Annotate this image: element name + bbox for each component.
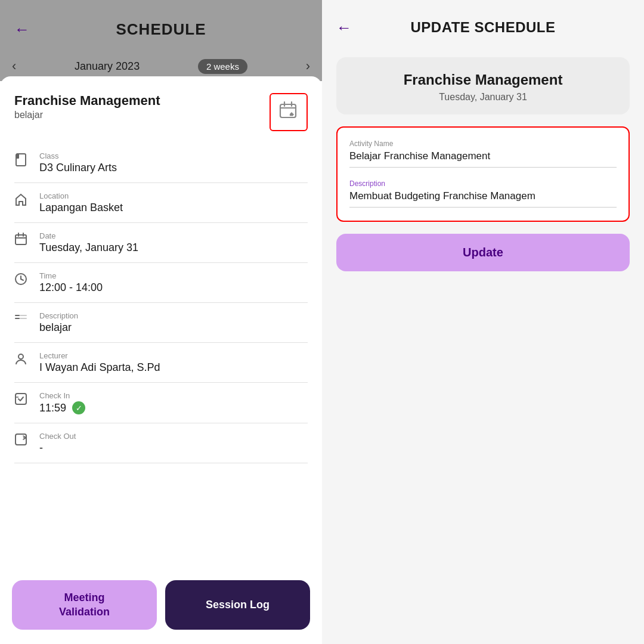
svg-rect-20 — [16, 434, 26, 445]
detail-time: Time 12:00 - 14:00 — [14, 263, 308, 303]
description-field-group: Description — [349, 179, 617, 208]
update-schedule-card: Franchise Management Tuesday, January 31 — [336, 57, 630, 114]
calendar-edit-icon — [278, 100, 299, 125]
checkin-icon — [14, 392, 31, 409]
detail-class: Class D3 Culinary Arts — [14, 143, 308, 183]
lecturer-value: I Wayan Adi Sparta, S.Pd — [39, 361, 160, 374]
description-label: Description — [39, 311, 78, 320]
location-label: Location — [39, 191, 123, 200]
detail-location-content: Location Lapangan Basket — [39, 191, 123, 214]
description-label: Description — [349, 179, 617, 188]
bottom-buttons: Meeting Validation Session Log — [0, 569, 322, 644]
checkin-label: Check In — [39, 391, 85, 400]
date-label: Date — [39, 231, 138, 240]
svg-line-12 — [21, 279, 23, 280]
detail-lecturer-content: Lecturer I Wayan Adi Sparta, S.Pd — [39, 351, 160, 374]
bookmark-icon — [14, 153, 31, 171]
update-form-card: Activity Name Description — [336, 126, 630, 222]
meeting-validation-button[interactable]: Meeting Validation — [12, 580, 157, 630]
detail-checkin: Check In 11:59 ✓ — [14, 383, 308, 423]
session-log-button[interactable]: Session Log — [165, 580, 310, 630]
nav-next-arrow[interactable]: › — [306, 58, 310, 74]
detail-location: Location Lapangan Basket — [14, 183, 308, 223]
checkin-row: 11:59 ✓ — [39, 401, 85, 414]
location-value: Lapangan Basket — [39, 202, 123, 214]
left-panel: ← SCHEDULE ‹ January 2023 2 weeks › Fran… — [0, 0, 322, 644]
svg-point-17 — [18, 354, 23, 359]
lecturer-label: Lecturer — [39, 351, 160, 360]
card-subtitle: belajar — [14, 110, 160, 120]
checkout-label: Check Out — [39, 432, 76, 441]
checkin-value: 11:59 — [39, 402, 66, 414]
checkout-value: - — [39, 442, 76, 454]
list-icon — [14, 312, 31, 328]
back-arrow-left[interactable]: ← — [14, 20, 30, 39]
svg-rect-0 — [280, 104, 296, 117]
description-input[interactable] — [349, 190, 617, 208]
detail-date: Date Tuesday, January 31 — [14, 223, 308, 263]
detail-checkin-content: Check In 11:59 ✓ — [39, 391, 85, 414]
detail-lecturer: Lecturer I Wayan Adi Sparta, S.Pd — [14, 343, 308, 383]
right-header: ← UPDATE SCHEDULE — [322, 0, 644, 48]
class-value: D3 Culinary Arts — [39, 162, 117, 174]
card-header: Franchise Management belajar — [14, 93, 308, 131]
nav-prev-arrow[interactable]: ‹ — [12, 58, 16, 74]
card-title-block: Franchise Management belajar — [14, 93, 160, 120]
svg-rect-18 — [16, 394, 26, 404]
detail-checkout-content: Check Out - — [39, 432, 76, 454]
left-header: ← SCHEDULE — [0, 0, 322, 54]
person-icon — [14, 352, 31, 369]
back-arrow-right[interactable]: ← — [336, 18, 352, 37]
detail-description-content: Description belajar — [39, 311, 78, 334]
calendar-icon — [14, 233, 31, 249]
update-button[interactable]: Update — [336, 234, 630, 271]
detail-date-content: Date Tuesday, January 31 — [39, 231, 138, 254]
right-content: Franchise Management Tuesday, January 31… — [322, 48, 644, 644]
detail-list: Class D3 Culinary Arts Location Lapangan… — [14, 143, 308, 463]
update-schedule-date: Tuesday, January 31 — [351, 92, 615, 103]
checkin-check-icon: ✓ — [72, 401, 85, 414]
detail-time-content: Time 12:00 - 14:00 — [39, 271, 103, 294]
description-value: belajar — [39, 321, 78, 334]
schedule-card-area: Franchise Management belajar — [0, 76, 322, 569]
class-label: Class — [39, 151, 117, 160]
right-page-title: UPDATE SCHEDULE — [410, 19, 555, 36]
card-title: Franchise Management — [14, 93, 160, 109]
svg-rect-6 — [16, 235, 26, 244]
date-value: Tuesday, January 31 — [39, 242, 138, 254]
time-label: Time — [39, 271, 103, 280]
right-panel: ← UPDATE SCHEDULE Franchise Management T… — [322, 0, 644, 644]
clock-icon — [14, 273, 31, 289]
detail-class-content: Class D3 Culinary Arts — [39, 151, 117, 174]
month-label: January 2023 — [75, 60, 140, 73]
weeks-badge[interactable]: 2 weeks — [198, 59, 247, 74]
time-value: 12:00 - 14:00 — [39, 281, 103, 294]
activity-name-label: Activity Name — [349, 140, 617, 148]
left-page-title: SCHEDULE — [116, 20, 206, 39]
detail-checkout: Check Out - — [14, 423, 308, 463]
activity-name-field-group: Activity Name — [349, 140, 617, 168]
edit-icon-box[interactable] — [270, 93, 308, 131]
home-icon — [14, 193, 31, 210]
detail-description: Description belajar — [14, 303, 308, 343]
update-schedule-title: Franchise Management — [351, 72, 615, 88]
activity-name-input[interactable] — [349, 150, 617, 168]
svg-rect-5 — [16, 154, 19, 159]
checkout-icon — [14, 433, 31, 450]
